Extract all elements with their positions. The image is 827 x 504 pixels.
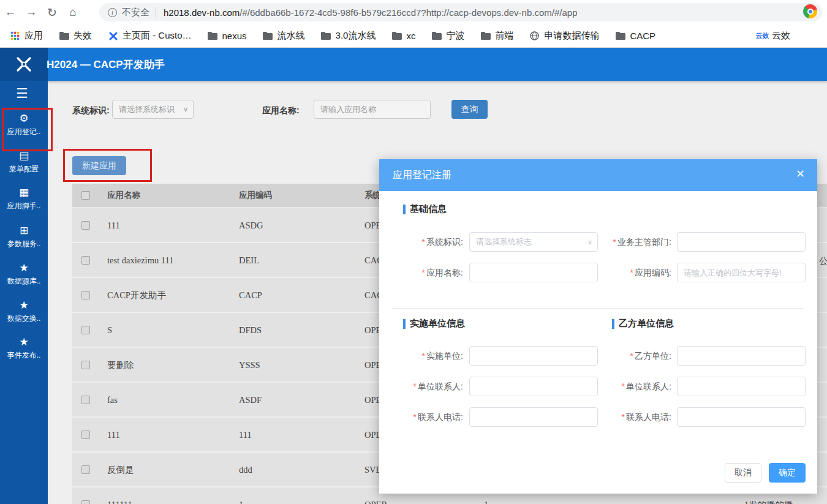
- folder-icon: [431, 31, 442, 41]
- table-icon: ⊞: [20, 225, 28, 237]
- row-checkbox[interactable]: [81, 396, 90, 404]
- select-all-checkbox[interactable]: [81, 191, 90, 200]
- cancel-button[interactable]: 取消: [725, 463, 761, 483]
- row-checkbox[interactable]: [81, 465, 90, 474]
- bookmark-folder[interactable]: xc: [391, 31, 415, 41]
- sidebar-item-event-publish[interactable]: ★ 事件发布..: [0, 336, 48, 361]
- bookmark-folder[interactable]: nexus: [208, 31, 247, 41]
- app-header: H2024 — CACP开发助手: [0, 48, 827, 81]
- document-icon: ▦: [19, 187, 29, 199]
- dept-input[interactable]: [678, 233, 805, 251]
- col-header-app-name: 应用名称: [107, 190, 140, 201]
- section-party-b-unit: 乙方单位信息: [612, 318, 674, 329]
- section-divider: [392, 308, 804, 309]
- bookmark-label: xc: [406, 31, 415, 41]
- bookmark-homepage[interactable]: 主页面 - Custo…: [108, 30, 192, 42]
- close-icon[interactable]: ✕: [796, 168, 805, 179]
- dept-field-label: *业务主管部门:: [379, 232, 671, 252]
- browser-toolbar: ← → ↻ ⌂ i 不安全 h2018.dev-nb.com /#/6ddba6…: [0, 0, 827, 24]
- address-divider: [156, 7, 156, 17]
- star-icon: ★: [19, 336, 28, 348]
- app-code-field[interactable]: [677, 263, 806, 282]
- not-secure-icon[interactable]: i: [108, 8, 117, 17]
- row-checkbox[interactable]: [81, 500, 90, 504]
- app-name-filter-field[interactable]: [314, 100, 431, 119]
- sidebar-item-app-scaffold[interactable]: ▦ 应用脚手..: [0, 187, 48, 211]
- home-icon[interactable]: ⌂: [62, 6, 83, 19]
- bookmark-label: 应用: [25, 30, 43, 42]
- row-checkbox[interactable]: [81, 291, 90, 299]
- section-basic-info: 基础信息: [403, 203, 447, 215]
- sidebar-item-data-exchange[interactable]: ★ 数据交换..: [0, 299, 48, 324]
- star-icon: ★: [19, 262, 28, 274]
- folder-icon: [263, 31, 273, 41]
- app-name-input[interactable]: [314, 100, 430, 118]
- system-id-label: 系统标识:: [72, 105, 110, 116]
- bookmark-folder[interactable]: 失效: [59, 30, 92, 42]
- app-code-field-label: *应用编码:: [379, 263, 671, 282]
- b-phone-field-label: *联系人电话:: [379, 407, 671, 427]
- b-phone-input[interactable]: [678, 408, 805, 426]
- new-app-button[interactable]: 新建应用: [72, 156, 126, 175]
- row-checkbox[interactable]: [81, 431, 90, 439]
- url-host: h2018.dev-nb.com: [164, 7, 240, 18]
- b-contact-input[interactable]: [678, 377, 805, 396]
- row-checkbox[interactable]: [81, 361, 90, 369]
- sidebar-item-datasource[interactable]: ★ 数据源库..: [0, 262, 48, 287]
- page-title: H2024 — CACP开发助手: [47, 48, 165, 81]
- b-unit-field-label: *乙方单位:: [379, 346, 671, 366]
- row-checkbox[interactable]: [81, 256, 90, 265]
- chevron-down-icon: ∨: [183, 105, 188, 113]
- bookmark-folder[interactable]: 前端: [480, 30, 513, 42]
- bookmark-folder[interactable]: 3.0流水线: [321, 30, 376, 42]
- gear-icon: ⚙: [19, 113, 28, 125]
- b-unit-field[interactable]: [677, 346, 806, 366]
- bookmarks-bar: 应用 失效 主页面 - Custo… nexus 流水线 3.0流水线 xc 宁…: [0, 24, 827, 48]
- forward-icon[interactable]: →: [21, 6, 42, 19]
- row-checkbox[interactable]: [81, 326, 90, 334]
- bookmark-data-transfer[interactable]: 申请数据传输: [529, 30, 599, 42]
- bookmark-label: 前端: [495, 30, 513, 42]
- address-bar[interactable]: i 不安全 h2018.dev-nb.com /#/6ddba66b-1672-…: [99, 3, 822, 21]
- b-unit-input[interactable]: [678, 347, 805, 365]
- bookmark-folder[interactable]: CACP: [615, 31, 655, 41]
- b-phone-field[interactable]: [677, 407, 806, 427]
- x-logo-icon: [108, 31, 118, 41]
- chrome-logo-icon: [807, 9, 814, 15]
- apps-grid-icon: [10, 31, 20, 41]
- col-header-app-code: 应用编码: [239, 190, 272, 201]
- section-impl-unit: 实施单位信息: [403, 318, 465, 329]
- sidebar-item-app-register[interactable]: ⚙ 应用登记..: [0, 113, 48, 137]
- clipped-cell-fragment: 公: [819, 255, 827, 267]
- folder-icon: [391, 31, 402, 41]
- bookmark-folder[interactable]: 流水线: [263, 30, 305, 42]
- bookmark-label: 云效: [772, 30, 790, 42]
- globe-icon: [529, 31, 540, 41]
- reload-icon[interactable]: ↻: [42, 6, 62, 20]
- folder-icon: [321, 31, 331, 41]
- confirm-button[interactable]: 确定: [769, 463, 806, 483]
- bookmark-label: 失效: [74, 30, 92, 42]
- sidebar-item-param-service[interactable]: ⊞ 参数服务..: [0, 225, 48, 249]
- bookmark-yunxiao[interactable]: 云效 云效: [757, 30, 790, 42]
- hamburger-menu-icon[interactable]: ☰: [16, 86, 28, 102]
- dept-field[interactable]: [677, 232, 806, 252]
- b-contact-field[interactable]: [677, 377, 806, 396]
- bookmark-label: 3.0流水线: [336, 30, 376, 42]
- folder-icon: [615, 31, 625, 41]
- app-code-input[interactable]: [678, 263, 805, 282]
- browser-profile-avatar[interactable]: [803, 4, 817, 18]
- sidebar-item-menu-config[interactable]: ▤ 菜单配置: [0, 150, 48, 175]
- system-id-select[interactable]: 请选择系统标识 ∨: [112, 100, 194, 119]
- back-icon[interactable]: ←: [0, 6, 21, 19]
- b-contact-field-label: *单位联系人:: [379, 377, 671, 396]
- row-checkbox[interactable]: [81, 221, 90, 230]
- app-logo: [0, 48, 48, 81]
- bookmark-folder[interactable]: 宁波: [431, 30, 464, 42]
- layers-icon: ▤: [19, 150, 29, 162]
- app-register-dialog: 应用登记注册 ✕ 基础信息 *系统标识: 请选择系统标志 ∨ *业务主管部门: …: [379, 159, 817, 494]
- bookmark-label: 申请数据传输: [544, 30, 599, 42]
- bookmark-apps[interactable]: 应用: [10, 30, 43, 42]
- url-path: /#/6ddba66b-1672-4cd5-98f6-b579c216ccd7?…: [240, 7, 577, 18]
- search-button[interactable]: 查询: [451, 100, 488, 119]
